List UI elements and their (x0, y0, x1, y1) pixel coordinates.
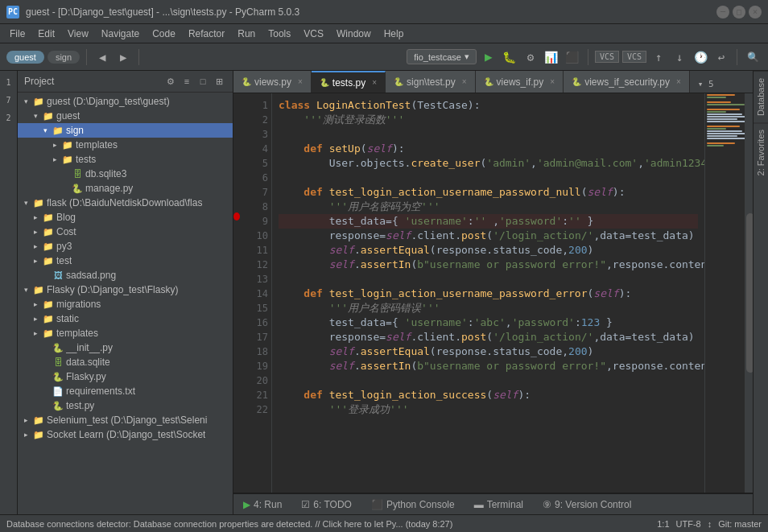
vcs-push-button[interactable]: ↑ (650, 48, 667, 66)
file-tab-sign-test-py[interactable]: 🐍 sign\test.py × (386, 71, 476, 93)
tree-item-templates-sign[interactable]: ▸ 📁 templates (18, 138, 233, 152)
tree-item-requirements-txt[interactable]: 📄 requirements.txt (18, 384, 233, 398)
menu-view[interactable]: View (61, 24, 95, 43)
tree-arrow: ▸ (50, 155, 60, 163)
run-button[interactable]: ▶ (480, 48, 498, 66)
vcs-history-button[interactable]: 🕐 (692, 48, 709, 66)
tree-item-flasky-py[interactable]: 🐍 Flasky.py (18, 369, 233, 384)
tree-item-templates-flasky[interactable]: ▸ 📁 templates (18, 326, 233, 340)
tree-item-socket-root[interactable]: ▸ 📁 Socket Learn (D:\Django_test\Socket (18, 427, 233, 442)
coverage-button[interactable]: ⚙ (522, 48, 539, 66)
folder-icon: 📁 (32, 196, 45, 209)
tree-item-label: templates (56, 328, 98, 339)
menu-code[interactable]: Code (146, 24, 182, 43)
bottom-tab-todo[interactable]: ☑ 6: TODO (291, 496, 361, 513)
code-line-11: self.assertEqual(response.status_code,20… (279, 243, 698, 258)
maximize-button[interactable]: □ (733, 6, 745, 19)
menu-edit[interactable]: Edit (31, 24, 61, 43)
line-num-6: 6 (243, 171, 268, 185)
bottom-tab-run[interactable]: ▶ 4: Run (233, 496, 291, 513)
forward-button[interactable]: ▶ (114, 48, 132, 66)
file-tab-views-py[interactable]: 🐍 views.py × (233, 71, 312, 93)
menu-help[interactable]: Help (378, 24, 411, 43)
sidebar-label-database[interactable]: Database (754, 71, 768, 122)
file-tab-views-if-py[interactable]: 🐍 views_if.py × (476, 71, 564, 93)
profile-button[interactable]: 📊 (543, 48, 560, 66)
run-config-selector[interactable]: fio_testcase ▾ (407, 49, 477, 64)
file-tab-views-if-security-py[interactable]: 🐍 views_if_security.py × (564, 71, 690, 93)
bottom-tab-terminal[interactable]: ▬ Terminal (465, 496, 533, 513)
tree-item-guest[interactable]: ▾ 📁 guest (18, 109, 233, 123)
line-num-14: 14 (243, 287, 268, 301)
menu-window[interactable]: Window (330, 24, 378, 43)
close-tab-icon[interactable]: × (462, 77, 467, 86)
line-num-8: 8 (243, 200, 268, 214)
file-tab-tests-py[interactable]: 🐍 tests.py × (312, 71, 386, 93)
menu-run[interactable]: Run (231, 24, 262, 43)
tree-item-tests[interactable]: ▸ 📁 tests (18, 152, 233, 167)
menu-file[interactable]: File (3, 24, 31, 43)
tree-item-label: test.py (66, 400, 94, 411)
tree-arrow: ▸ (31, 242, 40, 250)
minimize-button[interactable]: ─ (716, 6, 729, 19)
tree-item-sadsad-png[interactable]: 🖼 sadsad.png (18, 268, 233, 282)
code-line-6 (279, 171, 698, 185)
sidebar-icon-3[interactable]: 2 (1, 109, 17, 126)
tree-item-init-py[interactable]: 🐍 __init__.py (18, 340, 233, 355)
project-expand-icon[interactable]: □ (196, 74, 210, 89)
file-tabs: 🐍 views.py × 🐍 tests.py × 🐍 sign\test.py… (233, 71, 753, 93)
tree-item-flask-root[interactable]: ▾ 📁 flask (D:\BaiduNetdiskDownload\flas (18, 196, 233, 210)
tree-item-flasky-root[interactable]: ▾ 📁 Flasky (D:\Django_test\Flasky) (18, 282, 233, 297)
tree-item-py3[interactable]: ▸ 📁 py3 (18, 239, 233, 254)
tree-item-selenium-root[interactable]: ▸ 📁 Selenium_test (D:\Django_test\Seleni (18, 413, 233, 427)
tree-item-migrations[interactable]: ▸ 📁 migrations (18, 297, 233, 311)
menu-navigate[interactable]: Navigate (95, 24, 146, 43)
menu-tools[interactable]: Tools (262, 24, 297, 43)
close-tab-icon[interactable]: × (550, 77, 555, 86)
file-icon: 🗄 (71, 167, 84, 180)
code-content[interactable]: class LoginActionTest(TestCase): '''测试登录… (272, 93, 704, 493)
bp-row-8 (233, 195, 240, 209)
tree-item-static[interactable]: ▸ 📁 static (18, 311, 233, 326)
line-num-5: 5 (243, 156, 268, 171)
tree-item-data-sqlite[interactable]: 🗄 data.sqlite (18, 355, 233, 369)
project-tab-sign[interactable]: sign (47, 51, 80, 64)
tree-arrow: ▸ (31, 315, 40, 323)
tab-label: sign\test.py (407, 76, 456, 88)
sidebar-label-favorites[interactable]: 2: Favorites (754, 122, 768, 182)
tree-item-blog[interactable]: ▸ 📁 Blog (18, 210, 233, 225)
vcs-update-button[interactable]: ↓ (671, 48, 688, 66)
tree-item-test-py[interactable]: 🐍 test.py (18, 398, 233, 413)
undo-button[interactable]: ↩ (712, 48, 730, 66)
close-tab-icon[interactable]: × (298, 77, 303, 86)
tree-item-guest-root[interactable]: ▾ 📁 guest (D:\Django_test\guest) (18, 94, 233, 109)
tree-item-test-flask[interactable]: ▸ 📁 test (18, 254, 233, 268)
menu-refactor[interactable]: Refactor (182, 24, 231, 43)
project-tab-guest[interactable]: guest (6, 51, 44, 64)
menu-vcs[interactable]: VCS (297, 24, 330, 43)
tree-item-label: tests (76, 154, 96, 165)
folder-icon: 📁 (32, 414, 45, 427)
project-collapse-icon[interactable]: ≡ (180, 74, 194, 89)
search-button[interactable]: 🔍 (744, 48, 762, 66)
sidebar-icon-2[interactable]: 7 (1, 92, 17, 108)
close-tab-icon[interactable]: × (372, 78, 377, 87)
sidebar-icon-1[interactable]: 1 (1, 74, 17, 90)
scrollbar-thumb[interactable] (746, 213, 753, 373)
close-tab-icon[interactable]: × (676, 77, 681, 86)
project-settings-icon[interactable]: ⚙ (163, 74, 178, 89)
tabs-overflow[interactable]: ▾ 5 (693, 76, 719, 93)
bottom-tab-python-console[interactable]: ⬛ Python Console (361, 496, 465, 513)
project-gear-icon[interactable]: ⊞ (212, 74, 226, 89)
tree-item-db-sqlite[interactable]: 🗄 db.sqlite3 (18, 167, 233, 181)
editor-scrollbar[interactable] (745, 93, 753, 493)
stop-button[interactable]: ⬛ (564, 48, 581, 66)
debug-button[interactable]: 🐛 (501, 48, 518, 66)
back-button[interactable]: ◀ (93, 48, 111, 66)
tree-item-cost[interactable]: ▸ 📁 Cost (18, 225, 233, 239)
tree-item-manage-py[interactable]: 🐍 manage.py (18, 181, 233, 196)
tree-item-label: migrations (56, 299, 101, 310)
bottom-tab-version-control[interactable]: ⑨ 9: Version Control (533, 496, 641, 513)
close-button[interactable]: × (749, 6, 762, 19)
tree-item-sign[interactable]: ▾ 📁 sign (18, 123, 233, 138)
